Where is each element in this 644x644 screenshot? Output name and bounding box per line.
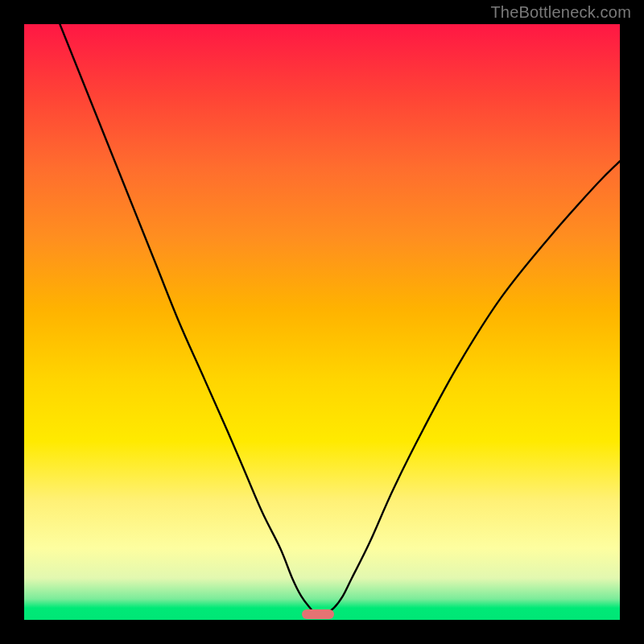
- watermark-text: TheBottleneck.com: [490, 3, 631, 22]
- chart-frame: TheBottleneck.com: [0, 0, 644, 644]
- bottleneck-curve: [24, 24, 620, 620]
- optimum-marker: [302, 609, 334, 619]
- plot-area: [24, 24, 620, 620]
